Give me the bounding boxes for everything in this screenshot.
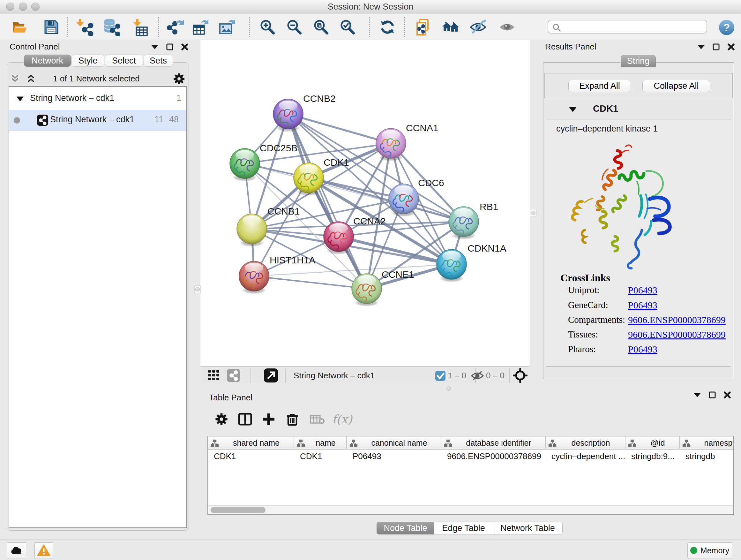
tab-node-table[interactable]: Node Table	[377, 522, 434, 535]
delete-table-icon[interactable]	[307, 409, 327, 429]
network-options-gear-icon[interactable]	[172, 72, 186, 85]
control-panel: Control Panel Network Style Select Sets …	[3, 40, 190, 539]
node-section-header[interactable]: CDK1	[544, 101, 733, 117]
tab-edge-table[interactable]: Edge Table	[434, 522, 493, 535]
table-cell[interactable]: stringdb	[685, 451, 715, 461]
network-collection-row[interactable]: String Network – cdk1 1	[9, 88, 186, 110]
detach-view-icon[interactable]	[264, 368, 278, 383]
zoom-fit-icon[interactable]	[312, 18, 330, 37]
tab-sets[interactable]: Sets	[144, 55, 173, 67]
center-view-icon[interactable]	[513, 368, 528, 383]
scrollbar-thumb[interactable]	[211, 507, 266, 513]
svg-text:CCNB2: CCNB2	[303, 93, 336, 104]
float-panel-icon[interactable]	[166, 43, 174, 51]
memory-button[interactable]: Memory	[687, 543, 732, 558]
tab-style[interactable]: Style	[71, 55, 105, 67]
tab-network-table[interactable]: Network Table	[493, 522, 562, 535]
network-row-selected[interactable]: String Network – cdk1 11 48	[9, 110, 186, 131]
column-header--id[interactable]: @id	[625, 436, 680, 449]
save-session-icon[interactable]	[42, 18, 61, 37]
help-icon[interactable]: ?	[718, 18, 736, 37]
search-input[interactable]	[563, 21, 703, 32]
svg-text:CDK1: CDK1	[324, 157, 349, 168]
right-splitter-handle[interactable]	[530, 209, 536, 217]
table-cell[interactable]: stringdb:9...	[631, 451, 675, 461]
export-table-icon[interactable]	[192, 18, 210, 37]
memory-label: Memory	[700, 546, 729, 555]
crosslink-row: Pharos: P06493	[568, 344, 731, 359]
table-cell[interactable]: CDK1	[214, 451, 236, 461]
delete-column-icon[interactable]	[282, 409, 302, 429]
close-panel-icon[interactable]	[181, 43, 189, 51]
table-cell[interactable]: cyclin–dependent ...	[551, 451, 625, 461]
collapse-all-button[interactable]: Collapse All	[643, 80, 710, 92]
tab-select[interactable]: Select	[105, 55, 143, 67]
show-columns-icon[interactable]	[235, 409, 255, 429]
results-tab-string[interactable]: String	[621, 55, 656, 67]
cloud-icon	[10, 546, 23, 555]
show-details-eye-icon[interactable]	[498, 18, 516, 37]
expand-all-button[interactable]: Expand All	[568, 80, 631, 92]
hidden-eye-icon[interactable]	[470, 370, 484, 382]
import-network-file-icon[interactable]	[76, 18, 94, 37]
table-cell[interactable]: CDK1	[300, 451, 322, 461]
zoom-out-icon[interactable]	[285, 18, 304, 37]
open-file-icon[interactable]	[11, 18, 29, 37]
table-tabs: Node Table Edge Table Network Table	[377, 522, 562, 535]
clone-network-icon[interactable]	[414, 18, 432, 37]
zoom-in-icon[interactable]	[258, 18, 277, 37]
column-header-database-identifier[interactable]: database identifier	[441, 436, 546, 449]
network-canvas[interactable]: CCNB2CCNA1CDC25BCDK1CDC6RB1CCNB1CCNA2CDK…	[200, 40, 530, 366]
table-cell[interactable]: P06493	[353, 451, 381, 461]
grid-view-icon[interactable]	[205, 367, 222, 383]
export-network-icon[interactable]	[167, 18, 185, 37]
svg-text:CCNA1: CCNA1	[406, 123, 439, 133]
left-splitter-handle[interactable]	[194, 286, 201, 293]
string-home-icon[interactable]	[441, 18, 460, 37]
add-column-icon[interactable]	[259, 409, 279, 429]
protein-structure-image	[556, 132, 684, 280]
warnings-button[interactable]	[35, 543, 53, 558]
crosslink-compartments-link[interactable]: 9606.ENSP00000378699	[628, 314, 726, 325]
crosslink-row: Compartments: 9606.ENSP00000378699	[568, 314, 731, 330]
section-expander-icon[interactable]	[568, 106, 578, 113]
refresh-icon[interactable]	[378, 18, 397, 37]
float-panel-icon[interactable]	[709, 391, 716, 399]
memory-status-dot	[690, 547, 697, 554]
export-image-icon[interactable]	[218, 18, 237, 37]
network-list-header: 1 of 1 Network selected	[3, 71, 190, 87]
crosslink-uniprot-link[interactable]: P06493	[628, 285, 657, 296]
control-panel-title: Control Panel	[10, 42, 60, 52]
column-header-name[interactable]: name	[294, 436, 347, 449]
panel-menu-icon[interactable]	[693, 391, 701, 398]
network-overview-icon[interactable]	[226, 368, 241, 382]
crosslink-genecard-link[interactable]: P06493	[628, 300, 657, 311]
column-header-canonical-name[interactable]: canonical name	[347, 436, 441, 449]
panel-menu-icon[interactable]	[151, 44, 159, 51]
column-header-shared-name[interactable]: shared name	[208, 436, 294, 449]
zoom-selected-icon[interactable]	[338, 18, 357, 37]
import-table-file-icon[interactable]	[130, 18, 149, 37]
panel-menu-icon[interactable]	[697, 44, 705, 51]
close-panel-icon[interactable]	[723, 391, 731, 399]
column-header-namespace[interactable]: namespace	[680, 436, 734, 449]
table-horizontal-scrollbar[interactable]	[208, 505, 733, 514]
cloud-status-button[interactable]	[7, 543, 26, 558]
svg-text:CCNB1: CCNB1	[267, 206, 300, 216]
crosslink-pharos-link[interactable]: P06493	[628, 344, 657, 355]
close-panel-icon[interactable]	[727, 43, 735, 51]
tab-network[interactable]: Network	[24, 55, 71, 67]
collection-count: 1	[177, 93, 181, 103]
float-panel-icon[interactable]	[712, 43, 720, 51]
selected-checkbox-icon[interactable]	[435, 370, 446, 381]
column-header-description[interactable]: description	[546, 436, 625, 449]
status-bar: Memory	[0, 540, 741, 560]
import-network-database-icon[interactable]	[102, 18, 121, 37]
table-settings-gear-icon[interactable]	[211, 409, 232, 429]
hide-details-eye-icon[interactable]	[469, 18, 487, 37]
function-builder-icon[interactable]: f(x)	[332, 409, 352, 429]
table-cell[interactable]: 9606.ENSP00000378699	[447, 451, 541, 461]
crosslinks-heading: CrossLinks	[560, 272, 610, 284]
tree-expander-icon[interactable]	[16, 95, 24, 103]
crosslink-tissues-link[interactable]: 9606.ENSP00000378699	[628, 329, 726, 340]
